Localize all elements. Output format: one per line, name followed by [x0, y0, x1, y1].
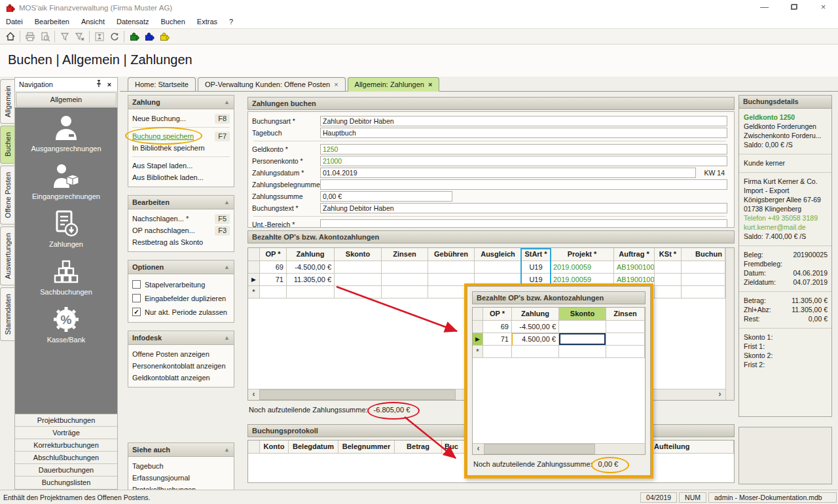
panel-optionen-header[interactable]: Optionen▲	[128, 261, 234, 274]
cell-op[interactable]: 69	[260, 261, 287, 274]
tab-op-verwaltung[interactable]: OP-Verwaltung Kunden: Offene Posten×	[198, 77, 346, 91]
checkbox-icon[interactable]	[132, 280, 141, 289]
email-link[interactable]: kurt.kerner@mail.de	[744, 223, 828, 232]
checkbox-nur-akt-periode[interactable]: Nur akt. Periode zulassen	[132, 305, 230, 319]
panel-bearbeiten-header[interactable]: Bearbeiten▲	[128, 196, 234, 209]
field-personenkonto[interactable]: 21000	[320, 156, 727, 166]
tab-close-icon[interactable]: ×	[428, 79, 432, 91]
hourglass-button[interactable]	[92, 29, 107, 44]
field-zahlungsdatum[interactable]: 01.04.2019	[320, 168, 696, 178]
col-belegnummer[interactable]: Belegnummer	[338, 441, 395, 454]
cell-kst[interactable]	[655, 261, 682, 274]
nav-group-allgemein[interactable]: Allgemein	[16, 92, 117, 107]
print-preview-button[interactable]	[37, 29, 52, 44]
cell-projekt[interactable]: 2019.00059	[551, 261, 614, 274]
cell-zinsen[interactable]	[606, 333, 645, 346]
col-belegdatum[interactable]: Belegdatum	[289, 441, 338, 454]
field-zahlungssumme[interactable]: 0,00 €	[320, 191, 452, 202]
action-tagebuch[interactable]: Tagebuch	[132, 460, 230, 472]
cell-zahlung[interactable]: 4.500,00 €	[512, 333, 559, 346]
cell-op[interactable]: 71	[483, 333, 512, 346]
close-button[interactable]: ×	[809, 0, 838, 16]
field-buchungstext[interactable]: Zahlung Debitor Haben	[320, 203, 727, 213]
tab-allgemein-zahlungen[interactable]: Allgemein: Zahlungen×	[348, 77, 440, 92]
cell-zinsen[interactable]	[606, 321, 645, 333]
panel-infodesk-header[interactable]: Infodesk▲	[128, 331, 234, 345]
menu-buchen[interactable]: Buchen	[155, 16, 191, 28]
close-icon[interactable]: ×	[104, 81, 115, 88]
nav-item-ausgangsrechnungen[interactable]: Ausgangsrechnungen	[31, 114, 101, 153]
yellow-puzzle-button[interactable]	[156, 29, 172, 44]
cell-op[interactable]	[260, 286, 287, 298]
scroll-right-icon[interactable]: ›	[714, 389, 725, 400]
cell-start[interactable]: U19	[522, 261, 551, 274]
cell-zahlung[interactable]	[287, 286, 335, 298]
vtab-auswertungen[interactable]: Auswertungen	[0, 226, 14, 285]
nav-item-kasse-bank[interactable]: % Kasse/Bank	[47, 305, 86, 344]
nav-item-zahlungen[interactable]: Zahlungen	[49, 209, 83, 248]
nav-item-dauerbuchungen[interactable]: Dauerbuchungen	[15, 464, 117, 477]
panel-siehe-auch-header[interactable]: Siehe auch▲	[128, 443, 234, 457]
cell-zahlung[interactable]: -4.500,00 €	[512, 321, 559, 333]
col-op[interactable]: OP *	[260, 248, 287, 261]
cell-zahlung[interactable]: 11.305,00 €	[287, 274, 335, 286]
action-buchung-speichern[interactable]: Buchung speichern F7	[132, 130, 230, 142]
menu-ansicht[interactable]: Ansicht	[75, 16, 111, 28]
nav-item-projektbuchungen[interactable]: Projektbuchungen	[15, 414, 117, 427]
action-offene-posten-anzeigen[interactable]: Offene Posten anzeigen	[132, 348, 230, 360]
col-projekt[interactable]: Projekt *	[551, 248, 614, 261]
menu-datensatz[interactable]: Datensatz	[111, 16, 155, 28]
menu-bearbeiten[interactable]: Bearbeiten	[29, 16, 75, 28]
action-restbetrag-als-skonto[interactable]: Restbetrag als Skonto	[132, 236, 230, 248]
menu-extras[interactable]: Extras	[191, 16, 223, 28]
field-zahlungsbelegnummer[interactable]	[320, 179, 727, 190]
vtab-offene-posten[interactable]: Offene Posten	[0, 166, 14, 225]
cell-auftrag[interactable]: AB1900100	[614, 261, 655, 274]
action-aus-stapel-laden[interactable]: Aus Stapel laden...	[132, 160, 230, 171]
cell-buchungstext[interactable]	[682, 274, 725, 286]
field-geldkonto[interactable]: 1250	[320, 144, 727, 154]
scroll-track[interactable]	[595, 444, 645, 454]
action-op-nachschlagen[interactable]: OP nachschlagen...F3	[132, 225, 230, 236]
cell-zinsen[interactable]	[382, 261, 428, 274]
action-erfassungsjournal[interactable]: Erfassungsjournal	[132, 472, 230, 484]
col-konto[interactable]: Konto	[260, 441, 289, 454]
nav-item-eingangsrechnungen[interactable]: Eingangsrechnungen	[32, 162, 100, 200]
cell-skonto-focused[interactable]	[559, 333, 606, 346]
cell-buchungstext[interactable]	[682, 261, 725, 274]
cell-ausgleich[interactable]	[475, 261, 522, 274]
filter-button[interactable]	[57, 29, 72, 44]
col-start[interactable]: StArt *	[522, 248, 551, 261]
col-zinsen[interactable]: Zinsen	[606, 308, 645, 321]
cell-skonto[interactable]	[559, 346, 606, 358]
cell-skonto[interactable]	[559, 321, 606, 333]
vtab-buchen[interactable]: Buchen	[0, 126, 14, 163]
checkbox-stapelverarbeitung[interactable]: Stapelverarbeitung	[132, 278, 230, 291]
action-aus-bibliothek-laden[interactable]: Aus Bibliothek laden...	[132, 171, 230, 183]
col-gebuehren[interactable]: Gebühren	[428, 248, 475, 261]
action-geldkontoblatt-anzeigen[interactable]: Geldkontoblatt anzeigen	[132, 372, 230, 384]
minimize-button[interactable]: —	[750, 0, 779, 16]
tab-home-startseite[interactable]: Home: Startseite	[128, 77, 196, 91]
action-neue-buchung[interactable]: Neue Buchung...F8	[132, 113, 230, 124]
filter-remove-button[interactable]	[72, 29, 87, 44]
checkbox-icon[interactable]	[132, 294, 141, 302]
col-zinsen[interactable]: Zinsen	[382, 248, 428, 261]
cell-zinsen[interactable]	[382, 286, 428, 298]
col-zahlung[interactable]: Zahlung	[512, 308, 559, 321]
field-tagebuch[interactable]: Hauptbuch	[320, 128, 727, 138]
tab-close-icon[interactable]: ×	[334, 79, 338, 91]
home-button[interactable]	[3, 29, 18, 44]
telefon-link[interactable]: Telefon +49 35058 3189	[744, 213, 828, 223]
cell-op[interactable]: 71	[260, 274, 287, 286]
pin-icon[interactable]	[94, 80, 104, 89]
col-skonto[interactable]: Skonto	[335, 248, 382, 261]
col-skonto-highlighted[interactable]: Skonto	[559, 308, 606, 321]
checkbox-eingabefelder-duplizieren[interactable]: Eingabefelder duplizieren	[132, 291, 230, 305]
vtab-allgemein[interactable]: Allgemein	[0, 79, 14, 124]
scroll-thumb[interactable]	[259, 389, 456, 400]
green-puzzle-button[interactable]	[126, 29, 141, 44]
col-op[interactable]: OP *	[483, 308, 512, 321]
field-buchungsart[interactable]: Zahlung Debitor Haben	[320, 116, 727, 126]
action-personenkontoblatt-anzeigen[interactable]: Personenkontoblatt anzeigen	[132, 360, 230, 372]
